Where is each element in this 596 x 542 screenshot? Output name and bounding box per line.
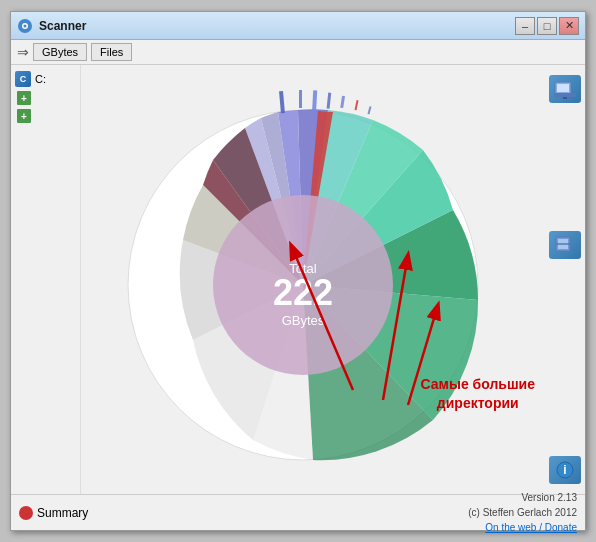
svg-rect-4	[279, 91, 285, 113]
window-title: Scanner	[39, 19, 515, 33]
svg-rect-5	[299, 90, 302, 108]
maximize-button[interactable]: □	[537, 17, 557, 35]
summary-label: Summary	[37, 506, 88, 520]
drive-icon: C	[15, 71, 31, 87]
svg-text:i: i	[563, 463, 566, 477]
window-controls: – □ ✕	[515, 17, 579, 35]
close-button[interactable]: ✕	[559, 17, 579, 35]
drive-label: C:	[35, 73, 46, 85]
svg-rect-7	[327, 92, 332, 108]
web-link[interactable]: On the web / Donate	[485, 522, 577, 533]
titlebar: Scanner – □ ✕	[11, 12, 585, 40]
total-value: 222	[273, 272, 333, 313]
gbytes-button[interactable]: GBytes	[33, 43, 87, 61]
right-panel: i	[545, 65, 585, 494]
svg-rect-10	[367, 106, 371, 114]
minimize-button[interactable]: –	[515, 17, 535, 35]
svg-point-2	[24, 24, 27, 27]
version-info: Version 2.13 (c) Steffen Gerlach 2012 On…	[468, 490, 577, 535]
donut-chart: Total 222 GBytes	[113, 90, 513, 470]
scanner-icon-top[interactable]	[549, 75, 581, 103]
drive-item-c: C C:	[15, 71, 76, 87]
arrow-icon: ⇒	[17, 44, 29, 60]
sidebar: C C: + +	[11, 65, 81, 494]
svg-rect-19	[563, 97, 567, 99]
total-unit: GBytes	[282, 313, 325, 328]
copyright-text: (c) Steffen Gerlach 2012	[468, 505, 577, 520]
main-chart-area: Total 222 GBytes	[81, 65, 585, 494]
scanner-icon-bottom[interactable]	[549, 231, 581, 259]
expand-button-1[interactable]: +	[17, 91, 31, 105]
main-window: Scanner – □ ✕ ⇒ GBytes Files C C: + +	[10, 11, 586, 531]
toolbar: ⇒ GBytes Files	[11, 40, 585, 65]
summary-item: Summary	[19, 506, 88, 520]
expand-button-2[interactable]: +	[17, 109, 31, 123]
statusbar: Summary Version 2.13 (c) Steffen Gerlach…	[11, 494, 585, 530]
files-button[interactable]: Files	[91, 43, 132, 61]
summary-icon	[19, 506, 33, 520]
svg-rect-17	[557, 84, 569, 92]
svg-rect-18	[554, 93, 576, 97]
chart-container: Total 222 GBytes	[81, 65, 545, 494]
svg-rect-9	[355, 100, 359, 110]
content-area: C C: + +	[11, 65, 585, 494]
svg-rect-8	[340, 95, 345, 107]
info-icon[interactable]: i	[549, 456, 581, 484]
app-icon	[17, 18, 33, 34]
